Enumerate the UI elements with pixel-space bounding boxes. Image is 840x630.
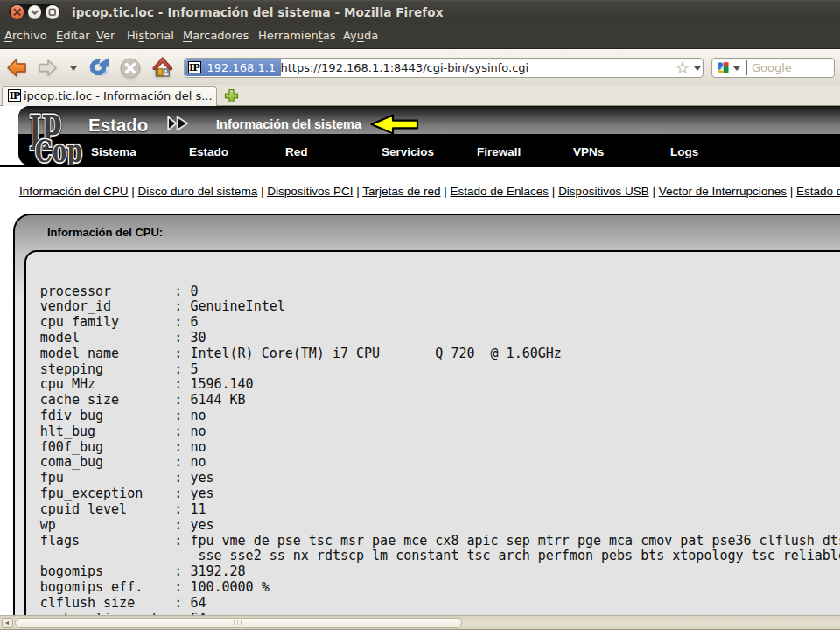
section-link[interactable]: Estado del módulo (796, 185, 840, 198)
link-separator: | (549, 185, 558, 198)
cpu-info-panel: Información del CPU: processor : 0 vendo… (13, 214, 840, 615)
search-engine-dropdown[interactable] (733, 66, 740, 71)
section-title: Estado (88, 115, 148, 136)
menubar: ArchivoEditarVerHistorialMarcadoresHerra… (0, 24, 840, 48)
url-text[interactable]: https://192.168.1.1:8443/cgi-bin/sysinfo… (281, 59, 529, 77)
tab-bar: IP ipcop.tic.loc - Información del s... (0, 85, 840, 106)
identity-domain: 192.168.1.1 (207, 61, 276, 74)
horizontal-scrollbar[interactable] (0, 615, 840, 629)
window-maximize-button[interactable] (46, 5, 60, 19)
link-separator: | (353, 185, 362, 198)
fast-forward-icon (167, 116, 197, 131)
menu-ver[interactable]: Ver (96, 24, 115, 48)
section-link[interactable]: Estado de Enlaces (451, 185, 550, 198)
window-buttons (9, 4, 60, 20)
scrollbar-grip (234, 620, 243, 625)
ipcop-header: Estado Información del sistema IP IP IP … (18, 106, 840, 165)
cpu-info-box: processor : 0 vendor_id : GenuineIntel c… (24, 250, 840, 616)
home-button[interactable] (152, 57, 173, 77)
link-separator: | (649, 185, 659, 198)
menu-editar[interactable]: Editar (56, 24, 90, 48)
stop-button[interactable] (120, 58, 141, 79)
url-bar[interactable]: IP 192.168.1.1 https://192.168.1.1:8443/… (184, 58, 704, 78)
minimize-icon (28, 5, 42, 19)
link-separator: | (129, 185, 138, 198)
firefox-window: ipcop.tic.loc - Información del sistema … (0, 0, 840, 630)
menu-historial[interactable]: Historial (127, 24, 174, 48)
ipcop-nav-red[interactable]: Red (285, 145, 308, 158)
link-separator: | (787, 185, 796, 198)
close-icon (10, 5, 24, 19)
page-content: Estado Información del sistema IP IP IP … (0, 106, 840, 615)
window-close-button[interactable] (10, 5, 24, 19)
scrollbar-thumb[interactable] (15, 618, 462, 628)
ipcop-nav-firewall[interactable]: Firewall (477, 145, 521, 158)
link-separator: | (257, 185, 267, 198)
ipcop-nav-estado[interactable]: Estado (189, 145, 228, 158)
search-separator (746, 60, 747, 75)
section-link[interactable]: Dispositivos USB (558, 185, 649, 198)
site-favicon: IP (188, 61, 201, 74)
ipcop-logo: IP IP IP Cop Cop Cop (25, 108, 95, 165)
ipcop-nav-servicios[interactable]: Servicios (382, 145, 434, 158)
section-link[interactable]: Información del CPU (19, 185, 129, 198)
menu-herramientas[interactable]: Herramientas (258, 24, 336, 48)
menu-ayuda[interactable]: Ayuda (343, 24, 378, 48)
svg-text:Cop: Cop (35, 133, 82, 166)
menu-marcadores[interactable]: Marcadores (183, 24, 248, 48)
site-identity-button[interactable]: IP 192.168.1.1 (186, 60, 282, 76)
tab-favicon: IP (8, 89, 21, 102)
section-link[interactable]: Dispositivos PCI (267, 185, 353, 198)
cpu-info-panel-title: Información del CPU: (47, 226, 163, 239)
forward-button[interactable] (37, 58, 58, 78)
search-input[interactable]: Google (752, 59, 792, 77)
search-bar[interactable]: Google (711, 58, 835, 78)
section-link[interactable]: Vector de Interrupciones (659, 185, 787, 198)
google-icon (718, 62, 729, 74)
tab-active[interactable]: IP ipcop.tic.loc - Información del s... (2, 86, 217, 106)
tab-title: ipcop.tic.loc - Información del s... (24, 87, 214, 106)
section-link[interactable]: Disco duro del sistema (138, 185, 258, 198)
navigation-toolbar: IP 192.168.1.1 https://192.168.1.1:8443/… (0, 48, 840, 85)
link-separator: | (441, 185, 451, 198)
ipcop-nav-vpns[interactable]: VPNs (573, 145, 604, 158)
section-link[interactable]: Tarjetas de red (362, 185, 440, 198)
url-history-dropdown[interactable] (694, 66, 701, 71)
maximize-icon (46, 5, 60, 19)
ipcop-nav-sistema[interactable]: Sistema (91, 145, 136, 158)
menu-archivo[interactable]: Archivo (4, 24, 47, 48)
back-forward-dropdown[interactable] (70, 66, 77, 71)
reload-button[interactable] (88, 56, 111, 79)
section-links: Información del CPU | Disco duro del sis… (19, 185, 840, 198)
new-tab-button[interactable] (224, 88, 239, 103)
scrollbar-left-arrow[interactable] (2, 618, 13, 628)
cpuinfo-text: processor : 0 vendor_id : GenuineIntel c… (26, 252, 840, 616)
ipcop-nav-logs[interactable]: Logs (670, 145, 698, 158)
back-button[interactable] (6, 57, 28, 79)
bookmark-star-icon[interactable] (676, 61, 690, 75)
yellow-back-arrow-icon[interactable] (370, 114, 419, 135)
page-title: Información del sistema (216, 117, 361, 131)
header-rule (0, 164, 840, 167)
window-title: ipcop.tic.loc - Información del sistema … (72, 0, 444, 24)
window-minimize-button[interactable] (28, 5, 42, 19)
window-titlebar: ipcop.tic.loc - Información del sistema … (0, 0, 840, 24)
